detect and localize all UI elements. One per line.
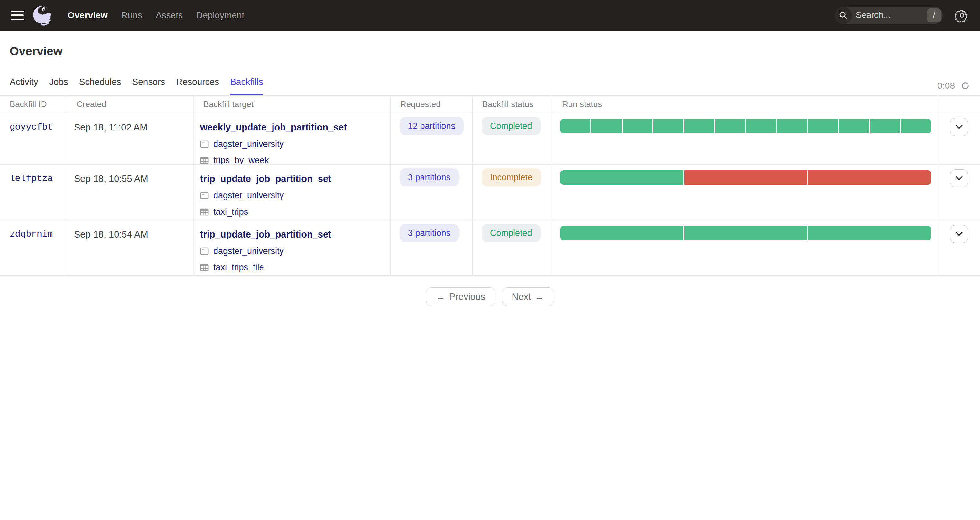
requested-partitions-badge[interactable]: 3 partitions (399, 224, 459, 242)
run-segment-green[interactable] (654, 119, 683, 133)
column-header-actions (938, 96, 980, 113)
tab-backfills[interactable]: Backfills (230, 77, 263, 95)
requested-partitions-badge[interactable]: 3 partitions (399, 168, 459, 186)
column-header-created: Created (67, 96, 194, 113)
run-segment-green[interactable] (684, 226, 807, 240)
table-row: zdqbrnim Sep 18, 10:54 AM trip_update_jo… (0, 220, 980, 276)
overview-tabs: Activity Jobs Schedules Sensors Resource… (10, 77, 970, 95)
pagination: ← Previous Next → (0, 287, 980, 306)
run-segment-green[interactable] (622, 119, 652, 133)
row-actions-expand-button[interactable] (950, 118, 968, 136)
column-header-requested: Requested (391, 96, 473, 113)
partition-grid-icon (200, 264, 209, 271)
chevron-down-icon (956, 125, 963, 129)
row-actions-expand-button[interactable] (950, 170, 968, 187)
created-timestamp: Sep 18, 10:55 AM (67, 165, 194, 220)
search-icon (835, 7, 852, 24)
code-location-link[interactable]: dagster_university (213, 139, 284, 149)
run-segment-green[interactable] (870, 119, 900, 133)
column-header-backfill-target: Backfill target (194, 96, 391, 113)
run-segment-green[interactable] (684, 119, 714, 133)
column-header-backfill-status: Backfill status (473, 96, 552, 113)
settings-gear-icon[interactable] (955, 8, 969, 22)
nav-item-assets[interactable]: Assets (156, 10, 183, 21)
backfill-target-link[interactable]: trip_update_job_partition_set (200, 229, 331, 240)
partition-grid-icon (200, 208, 209, 216)
code-location-link[interactable]: dagster_university (213, 246, 284, 256)
previous-page-button[interactable]: ← Previous (426, 287, 495, 306)
run-segment-green[interactable] (591, 119, 621, 133)
nav-item-runs[interactable]: Runs (121, 10, 142, 21)
partition-set-link[interactable]: trips_by_week (213, 155, 269, 164)
column-header-backfill-id: Backfill ID (0, 96, 67, 113)
refresh-countdown: 0:08 (937, 81, 955, 91)
backfill-status-badge: Completed (482, 224, 541, 242)
chevron-down-icon (956, 232, 963, 236)
tab-jobs[interactable]: Jobs (49, 77, 68, 95)
created-timestamp: Sep 18, 10:54 AM (67, 220, 194, 276)
run-segment-green[interactable] (901, 119, 931, 133)
run-segment-green[interactable] (808, 226, 931, 240)
chevron-down-icon (956, 176, 963, 181)
run-segment-red[interactable] (808, 170, 931, 185)
run-segment-green[interactable] (715, 119, 745, 133)
primary-nav: Overview Runs Assets Deployment (68, 10, 244, 21)
run-status-bar[interactable] (560, 119, 931, 133)
tab-schedules[interactable]: Schedules (79, 77, 121, 95)
top-nav-bar: Overview Runs Assets Deployment / (0, 0, 980, 30)
hamburger-menu-icon[interactable] (11, 11, 24, 20)
dagster-logo-icon[interactable] (32, 4, 55, 27)
next-page-button[interactable]: Next → (502, 287, 554, 306)
run-status-bar[interactable] (560, 226, 931, 240)
partition-set-link[interactable]: taxi_trips (213, 207, 248, 217)
code-location-link[interactable]: dagster_university (213, 190, 284, 201)
run-segment-green[interactable] (808, 119, 838, 133)
run-segment-green[interactable] (560, 226, 683, 240)
run-segment-green[interactable] (777, 119, 807, 133)
folder-icon (200, 247, 209, 255)
folder-icon (200, 140, 209, 148)
requested-partitions-badge[interactable]: 12 partitions (399, 117, 464, 135)
folder-icon (200, 192, 209, 199)
backfill-target-link[interactable]: weekly_update_job_partition_set (200, 122, 347, 133)
backfill-id-link[interactable]: lelfptza (0, 165, 67, 220)
run-segment-green[interactable] (746, 119, 776, 133)
table-row: goyycfbt Sep 18, 11:02 AM weekly_update_… (0, 113, 980, 165)
partition-set-link[interactable]: taxi_trips_file (213, 263, 264, 273)
run-segment-green[interactable] (560, 170, 683, 185)
row-actions-expand-button[interactable] (950, 225, 968, 243)
run-status-bar[interactable] (560, 170, 931, 185)
tab-activity[interactable]: Activity (10, 77, 38, 95)
run-segment-green[interactable] (560, 119, 590, 133)
nav-item-deployment[interactable]: Deployment (196, 10, 244, 21)
table-header-row: Backfill ID Created Backfill target Requ… (0, 95, 980, 113)
run-segment-red[interactable] (684, 170, 807, 185)
backfill-status-badge: Completed (482, 117, 541, 135)
tab-sensors[interactable]: Sensors (132, 77, 165, 95)
left-arrow-icon: ← (436, 292, 445, 302)
partition-grid-icon (200, 157, 209, 164)
backfill-id-link[interactable]: goyycfbt (0, 113, 67, 164)
tab-resources[interactable]: Resources (176, 77, 219, 95)
table-row: lelfptza Sep 18, 10:55 AM trip_update_jo… (0, 165, 980, 220)
refresh-icon[interactable] (960, 81, 970, 91)
backfill-id-link[interactable]: zdqbrnim (0, 220, 67, 276)
backfill-status-badge: Incomplete (482, 168, 541, 186)
global-search[interactable]: / (835, 7, 943, 24)
search-input[interactable] (852, 10, 927, 20)
search-shortcut-key: / (927, 8, 941, 22)
page-title: Overview (10, 45, 980, 58)
column-header-run-status: Run status (552, 96, 938, 113)
backfill-target-link[interactable]: trip_update_job_partition_set (200, 174, 331, 184)
nav-item-overview[interactable]: Overview (68, 10, 108, 21)
right-arrow-icon: → (535, 292, 544, 302)
created-timestamp: Sep 18, 11:02 AM (67, 113, 194, 164)
backfills-table: Backfill ID Created Backfill target Requ… (0, 95, 980, 276)
run-segment-green[interactable] (839, 119, 869, 133)
